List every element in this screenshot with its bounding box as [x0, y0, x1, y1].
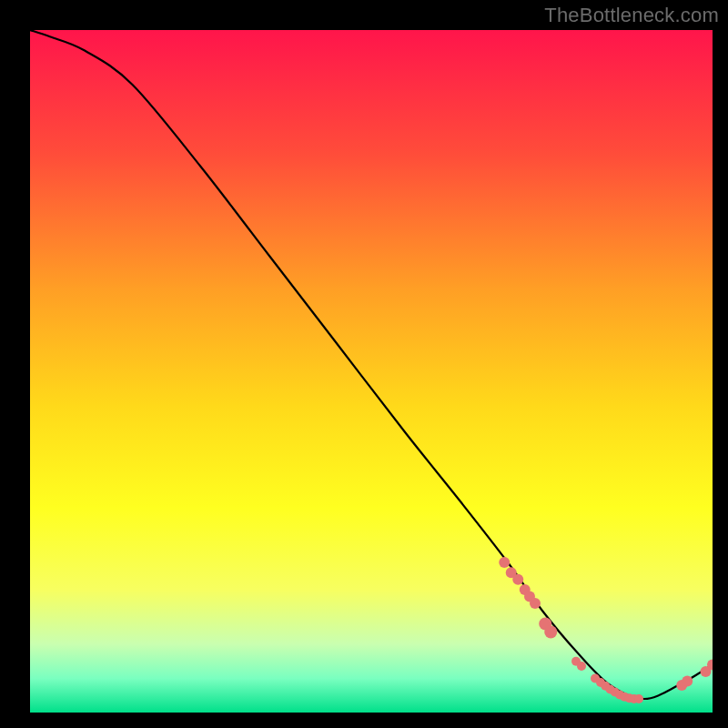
chart-plot-area: [30, 30, 713, 713]
watermark-text: TheBottleneck.com: [544, 4, 719, 27]
chart-background: [30, 30, 713, 713]
data-marker: [512, 574, 523, 585]
data-marker: [682, 676, 693, 687]
data-marker: [634, 694, 643, 703]
data-marker: [577, 662, 586, 671]
chart-svg: [30, 30, 713, 713]
data-marker: [499, 557, 510, 568]
data-marker: [544, 626, 557, 639]
chart-frame: TheBottleneck.com: [0, 0, 728, 728]
data-marker: [530, 598, 541, 609]
